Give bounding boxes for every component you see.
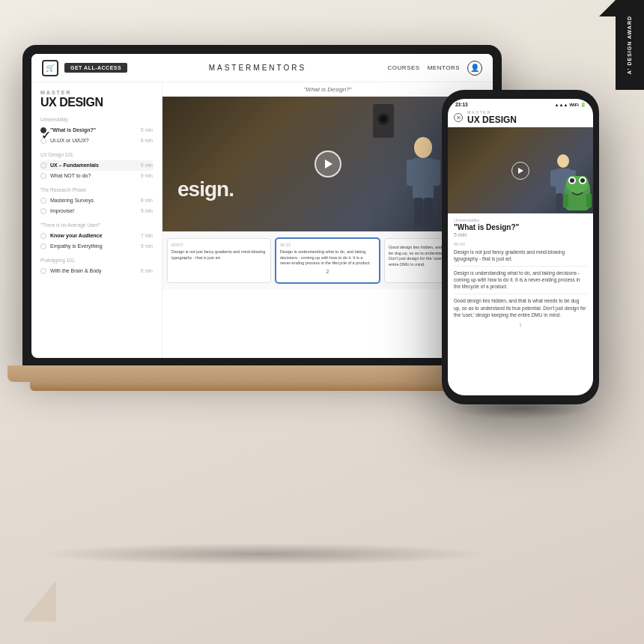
item-duration: 5 min bbox=[141, 127, 153, 133]
slide-text: Design is understanding what to do, and … bbox=[280, 249, 375, 267]
section-title-5: Prototyping 101 bbox=[40, 258, 153, 263]
svg-point-18 bbox=[380, 116, 386, 122]
svg-point-30 bbox=[580, 178, 585, 183]
item-duration: 7 min bbox=[141, 233, 153, 238]
item-duration: 9 min bbox=[141, 243, 153, 249]
phone-page-number: 1 bbox=[454, 322, 587, 327]
item-duration: 8 min bbox=[141, 138, 153, 143]
sidebar-section-5: Prototyping 101 With the Brain & Body 8 … bbox=[40, 258, 153, 276]
section-title-3: The Research Phase bbox=[40, 187, 153, 192]
svg-rect-21 bbox=[550, 170, 559, 186]
phone-container: 23:13 ▲▲▲ WiFi 🔋 ✕ MASTER UX DESIGN bbox=[442, 90, 599, 404]
svg-rect-5 bbox=[424, 198, 433, 228]
item-dot bbox=[40, 243, 46, 249]
sidebar-section-2: UX Design 101 UX – Fundamentals 9 min Wh… bbox=[40, 152, 153, 181]
speaker-figure bbox=[399, 134, 448, 231]
laptop-container: 🛒 GET ALL-ACCESS MASTERMENTORS COURSES M… bbox=[22, 45, 502, 554]
item-duration: 8 min bbox=[141, 198, 153, 203]
laptop-body: 🛒 GET ALL-ACCESS MASTERMENTORS COURSES M… bbox=[22, 45, 502, 367]
item-dot bbox=[40, 173, 46, 179]
sidebar-item-improvise[interactable]: Improvise! 9 min bbox=[40, 206, 153, 216]
phone-course-title: UX DESIGN bbox=[467, 115, 517, 125]
item-duration: 8 min bbox=[141, 268, 153, 273]
battery-icon: 🔋 bbox=[580, 102, 586, 107]
item-label: Improvise! bbox=[50, 208, 141, 213]
phone-close-button[interactable]: ✕ bbox=[454, 113, 463, 122]
phone-slide-text-1: Design is not just fancy gradients and m… bbox=[454, 249, 587, 262]
phone-nav: ✕ MASTER UX DESIGN bbox=[448, 109, 593, 127]
phone-monster bbox=[563, 176, 592, 213]
section-title-4: "There is no Average User!" bbox=[40, 222, 153, 228]
item-duration: 9 min bbox=[141, 173, 153, 178]
sidebar-item-ux-fundamentals[interactable]: UX – Fundamentals 9 min bbox=[40, 160, 153, 171]
phone-slide-text-3: Good design lies hidden, and that is wha… bbox=[454, 297, 587, 318]
speaker-box bbox=[373, 104, 395, 142]
logo-icon: 🛒 bbox=[42, 60, 58, 76]
phone-slide-text-2: Design is understanding what to do, and … bbox=[454, 270, 587, 290]
sidebar-item-empathy[interactable]: Empathy is Everything 9 min bbox=[40, 241, 153, 252]
laptop-screen: 🛒 GET ALL-ACCESS MASTERMENTORS COURSES M… bbox=[31, 54, 493, 358]
know-audience-label: Know your Audience bbox=[50, 233, 141, 238]
user-icon[interactable]: 👤 bbox=[467, 61, 482, 76]
item-dot bbox=[40, 233, 46, 239]
svg-rect-23 bbox=[556, 193, 562, 212]
video-play-button[interactable] bbox=[315, 151, 341, 177]
phone-divider bbox=[454, 266, 587, 267]
phone-status-bar: 23:13 ▲▲▲ WiFi 🔋 bbox=[448, 99, 593, 109]
phone-signal: ▲▲▲ WiFi 🔋 bbox=[555, 102, 586, 107]
sidebar-item-know-audience[interactable]: Know your Audience 7 min bbox=[40, 231, 153, 241]
item-label: UX – Fundamentals bbox=[50, 162, 141, 168]
laptop-navbar: 🛒 GET ALL-ACCESS MASTERMENTORS COURSES M… bbox=[31, 54, 493, 82]
svg-rect-2 bbox=[407, 160, 419, 186]
slide-card-2[interactable]: 00:13 Design is understanding what to do… bbox=[276, 238, 380, 283]
get-access-button[interactable]: GET ALL-ACCESS bbox=[64, 63, 127, 73]
phone-lesson-title: "What is Design?" bbox=[454, 223, 587, 231]
main-scene: 🛒 GET ALL-ACCESS MASTERMENTORS COURSES M… bbox=[22, 45, 607, 584]
item-duration: 9 min bbox=[141, 162, 153, 168]
svg-rect-4 bbox=[414, 198, 423, 228]
svg-rect-31 bbox=[563, 194, 568, 207]
svg-point-29 bbox=[570, 178, 574, 183]
sidebar-item-ui-ux[interactable]: UI-UX or UI/UX? 8 min bbox=[40, 136, 153, 146]
slide-card-1[interactable]: ROOT Design is not just fancy gradients … bbox=[167, 238, 271, 283]
sidebar-item-what-is-design[interactable]: ✓ "What is Design?" 5 min bbox=[40, 125, 153, 136]
slide-timestamp: 00:13 bbox=[280, 243, 375, 247]
slide-text: Design is not just fancy gradients and m… bbox=[171, 249, 267, 261]
courses-link[interactable]: COURSES bbox=[388, 64, 420, 71]
award-badge: A' DESIGN AWARD bbox=[616, 0, 644, 90]
play-icon bbox=[325, 160, 332, 168]
wifi-icon: WiFi bbox=[569, 103, 579, 107]
section-title-1: Universatility bbox=[40, 117, 153, 122]
sidebar-section-1: Universatility ✓ "What is Design?" 5 min… bbox=[40, 117, 153, 146]
course-subtitle: MASTER bbox=[40, 90, 153, 95]
sidebar-item-brain-body[interactable]: With the Brain & Body 8 min bbox=[40, 266, 153, 276]
phone-body: 23:13 ▲▲▲ WiFi 🔋 ✕ MASTER UX DESIGN bbox=[442, 90, 599, 404]
phone-slide-time: 00:42 bbox=[454, 242, 587, 246]
course-sidebar: MASTER UX DESIGN Universatility ✓ "What … bbox=[31, 82, 162, 358]
phone-video-player[interactable] bbox=[448, 127, 593, 213]
phone-shadow bbox=[449, 397, 592, 419]
svg-point-0 bbox=[414, 137, 432, 158]
phone-lesson-duration: 5 min bbox=[454, 232, 587, 237]
sidebar-item-what-not[interactable]: What NOT to do? 9 min bbox=[40, 171, 153, 181]
slide-timestamp: ROOT bbox=[171, 243, 267, 247]
item-label: Mastering Surveys bbox=[50, 198, 141, 203]
item-label: What NOT to do? bbox=[50, 173, 141, 178]
item-dot bbox=[40, 268, 46, 274]
sidebar-section-4: "There is no Average User!" Know your Au… bbox=[40, 222, 153, 252]
item-label: With the Brain & Body bbox=[50, 268, 141, 273]
laptop-base bbox=[7, 365, 517, 382]
sidebar-item-mastering-surveys[interactable]: Mastering Surveys 8 min bbox=[40, 195, 153, 206]
laptop-shadow bbox=[37, 543, 487, 565]
decorative-triangle bbox=[22, 580, 56, 622]
section-title-2: UX Design 101 bbox=[40, 152, 153, 157]
phone-play-button[interactable] bbox=[511, 162, 529, 180]
item-label: UI-UX or UI/UX? bbox=[50, 138, 141, 143]
phone-content: Universatility "What is Design?" 5 min 0… bbox=[448, 213, 593, 395]
award-triangle bbox=[599, 0, 616, 16]
video-text-overlay: esign. bbox=[177, 177, 234, 201]
mentors-link[interactable]: MENTORS bbox=[428, 64, 460, 71]
sidebar-section-3: The Research Phase Mastering Surveys 8 m… bbox=[40, 187, 153, 216]
item-dot: ✓ bbox=[40, 127, 46, 133]
phone-screen: 23:13 ▲▲▲ WiFi 🔋 ✕ MASTER UX DESIGN bbox=[448, 99, 593, 395]
